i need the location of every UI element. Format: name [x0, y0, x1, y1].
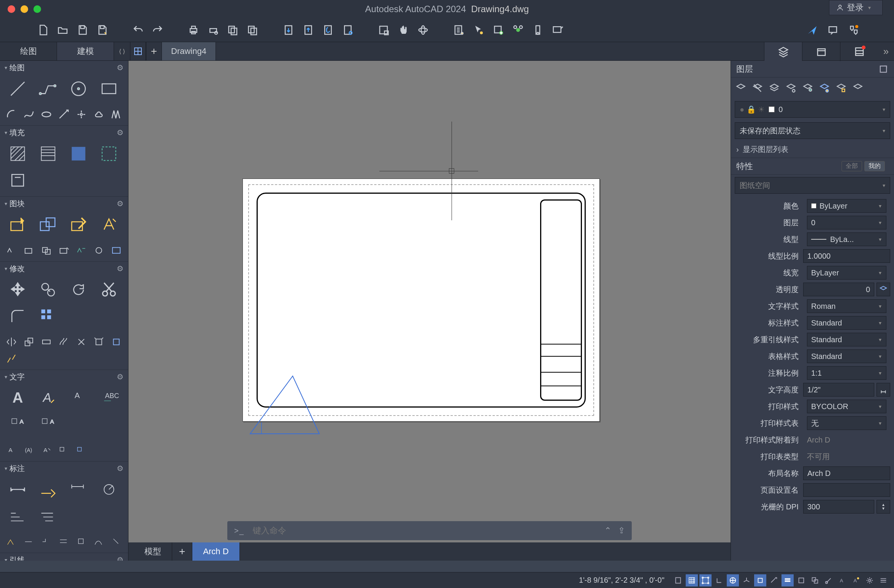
solid-fill-icon[interactable]	[65, 142, 93, 166]
dim-2-icon[interactable]	[95, 477, 123, 502]
dim-style-icon[interactable]	[34, 477, 62, 502]
status-anno-icon[interactable]: A	[836, 574, 848, 586]
zoom-window[interactable]	[33, 5, 41, 13]
workspace-tab-model[interactable]: 建模	[57, 42, 114, 60]
status-menu-icon[interactable]	[877, 574, 889, 586]
model-tab[interactable]: 模型	[134, 542, 172, 561]
command-recent-icon[interactable]: ⌃	[604, 526, 611, 536]
prop-ltscale-input[interactable]: 1.0000	[803, 249, 890, 263]
text-style-3-icon[interactable]: A	[4, 413, 32, 437]
prop-mleaderstyle-dropdown[interactable]: Standard	[807, 333, 886, 346]
text-style-2-icon[interactable]: ABC	[95, 386, 123, 410]
rotate-icon[interactable]	[65, 278, 93, 302]
status-transparency-icon[interactable]	[795, 574, 807, 586]
space-dropdown[interactable]: 图纸空间	[735, 177, 890, 194]
import-icon[interactable]	[282, 24, 295, 36]
section-fill-header[interactable]: ▾填充⚙	[0, 126, 128, 139]
layer-lock-icon[interactable]	[801, 81, 815, 95]
command-input[interactable]	[253, 526, 604, 536]
spline-tool-icon[interactable]	[21, 107, 36, 122]
offset-icon[interactable]	[56, 335, 71, 349]
text-icon[interactable]: A	[34, 386, 62, 410]
block-tool-6-icon[interactable]	[91, 243, 106, 258]
gradient-icon[interactable]	[34, 142, 62, 166]
block-tool-1-icon[interactable]	[4, 243, 19, 258]
status-grid-icon[interactable]	[686, 574, 698, 586]
new-file-icon[interactable]	[36, 24, 49, 36]
login-button[interactable]: 登录	[829, 0, 883, 15]
circle-tool-icon[interactable]	[65, 77, 93, 101]
prop-dpi-input[interactable]: 300	[803, 500, 874, 514]
status-cycle-icon[interactable]	[809, 574, 821, 586]
prop-dimstyle-dropdown[interactable]: Standard	[807, 316, 886, 330]
right-tab-blocks[interactable]	[802, 42, 840, 61]
status-anno2-icon[interactable]: A	[850, 574, 862, 586]
layout-tab-archd[interactable]: Arch D	[192, 542, 239, 561]
prop-annoscale-dropdown[interactable]: 1:1	[807, 366, 886, 380]
transparency-extra-icon[interactable]	[877, 283, 890, 296]
break-icon[interactable]	[4, 351, 19, 366]
polyline-tool-icon[interactable]	[34, 77, 62, 101]
prop-transparency-input[interactable]: 0	[803, 283, 874, 296]
fillet-icon[interactable]	[4, 304, 32, 329]
etransmit-icon[interactable]	[341, 24, 354, 36]
layer-list-expand[interactable]: ›显示图层列表	[731, 141, 894, 158]
props-filter-all[interactable]: 全部	[842, 161, 862, 171]
prop-plotstyle-dropdown[interactable]: BYCOLOR	[807, 400, 886, 413]
status-ortho-icon[interactable]	[713, 574, 725, 586]
close-window[interactable]	[8, 5, 15, 13]
align-icon[interactable]	[109, 335, 124, 349]
section-draw-header[interactable]: ▾绘图⚙	[0, 61, 128, 74]
block-create-icon[interactable]	[4, 213, 32, 237]
workspace-arrows[interactable]: ⟨ ⟩	[114, 42, 130, 60]
xline-tool-icon[interactable]	[56, 107, 71, 122]
mtext-icon[interactable]: A	[4, 386, 32, 410]
viewport-config-icon[interactable]	[130, 42, 146, 60]
feedback-icon[interactable]	[826, 24, 839, 36]
boundary-icon[interactable]	[95, 142, 123, 166]
dim-s4-icon[interactable]	[56, 534, 71, 549]
plot-icon[interactable]	[187, 24, 200, 36]
status-polar-icon[interactable]	[727, 574, 739, 586]
command-line[interactable]: >_ ⌃⇪	[227, 521, 632, 540]
prop-pagesetup-input[interactable]	[803, 483, 890, 497]
text-tool-a-icon[interactable]: A	[4, 443, 19, 457]
export-icon[interactable]	[302, 24, 315, 36]
right-tab-more[interactable]: »	[878, 42, 894, 60]
prop-textstyle-dropdown[interactable]: Roman	[807, 299, 886, 313]
command-share-icon[interactable]: ⇪	[618, 526, 625, 536]
status-paper-icon[interactable]	[672, 574, 684, 586]
status-iso-icon[interactable]	[740, 574, 753, 586]
dim-linear-icon[interactable]	[4, 477, 32, 502]
prop-tablestyle-dropdown[interactable]: Standard	[807, 349, 886, 363]
section-modify-header[interactable]: ▾修改⚙	[0, 262, 128, 275]
status-snap-icon[interactable]	[699, 574, 712, 586]
block-edit-icon[interactable]	[65, 213, 93, 237]
command-line-icon[interactable]	[551, 24, 564, 36]
dim-s7-icon[interactable]	[109, 534, 124, 549]
save-icon[interactable]	[76, 24, 89, 36]
section-text-header[interactable]: ▾文字⚙	[0, 370, 128, 384]
right-tab-layers[interactable]	[764, 42, 802, 61]
new-tab-icon[interactable]: +	[146, 42, 162, 60]
dim-s5-icon[interactable]	[74, 534, 89, 549]
line-tool-icon[interactable]	[4, 77, 32, 101]
text-style-1-icon[interactable]: A	[65, 386, 93, 410]
dim-3-icon[interactable]	[4, 504, 32, 528]
gear-icon[interactable]: ⚙	[117, 63, 124, 72]
popout-icon[interactable]	[878, 64, 889, 74]
layer-freeze-icon[interactable]	[784, 81, 798, 95]
prop-layoutname-input[interactable]: Arch D	[803, 466, 890, 480]
layer-prop-icon[interactable]	[734, 81, 748, 95]
content-icon[interactable]	[531, 24, 544, 36]
array-icon[interactable]	[34, 304, 62, 329]
drawing-canvas[interactable]: >_ ⌃⇪ 模型 + Arch D	[128, 61, 731, 561]
prop-linetype-dropdown[interactable]: ByLa...	[807, 232, 886, 246]
dim-s2-icon[interactable]	[21, 534, 36, 549]
dim-s1-icon[interactable]	[4, 534, 19, 549]
section-leader-header[interactable]: ▾引线⚙	[0, 553, 128, 561]
render-icon[interactable]	[377, 24, 390, 36]
notification-icon[interactable]	[847, 24, 860, 36]
rectangle-tool-icon[interactable]	[95, 77, 123, 101]
orbit-icon[interactable]	[417, 24, 430, 36]
